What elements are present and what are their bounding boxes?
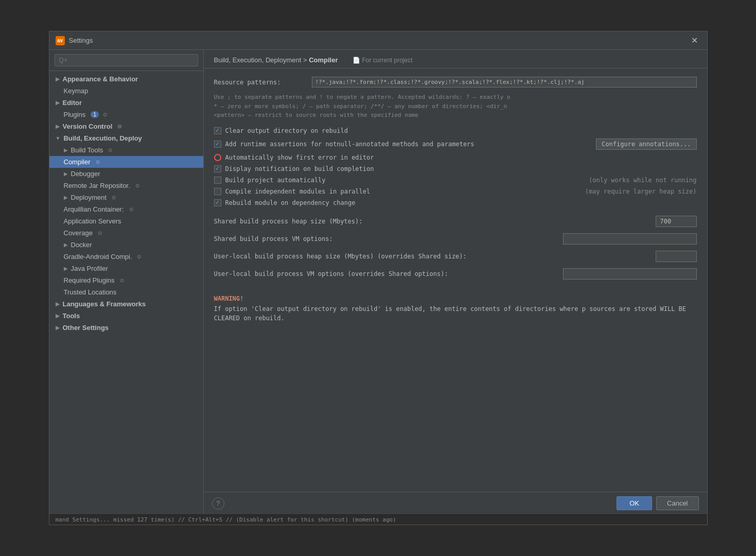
sidebar-item-required-plugins[interactable]: Required Plugins ⊙	[49, 274, 203, 286]
runtime-assertions-checkbox[interactable]	[214, 141, 221, 148]
deployment-icon: ⊙	[112, 195, 116, 200]
heap-shared-label: Shared build process heap size (Mbytes):	[214, 218, 650, 225]
vcs-icon: ⊙	[117, 124, 121, 129]
sidebar-item-docker[interactable]: ▶ Docker	[49, 239, 203, 251]
sidebar-item-label: Plugins	[64, 111, 86, 118]
sidebar-item-keymap[interactable]: Keymap	[49, 85, 203, 97]
sidebar-item-label: Remote Jar Repositor.	[64, 182, 130, 189]
chevron-right-icon: ▶	[56, 100, 60, 106]
title-bar-left: av Settings	[56, 36, 93, 45]
sidebar-item-label: Editor	[63, 99, 82, 107]
compile-parallel-label: Compile independent modules in parallel	[225, 188, 371, 195]
sidebar-item-other-settings[interactable]: ▶ Other Settings	[49, 322, 203, 334]
panel-content: Resource patterns: Use ; to separate pat…	[204, 68, 707, 492]
sidebar-item-label: Appearance & Behavior	[63, 75, 138, 83]
compile-parallel-suffix: (may require larger heap size)	[585, 188, 697, 195]
sidebar-item-app-servers[interactable]: Application Servers	[49, 215, 203, 227]
app-icon: av	[56, 36, 65, 45]
help-button[interactable]: ?	[212, 497, 224, 510]
sidebar-item-label: Coverage	[64, 229, 93, 237]
sidebar-item-plugins[interactable]: Plugins 1 ⊙	[49, 109, 203, 120]
build-tools-icon: ⊙	[108, 147, 112, 153]
settings-tree: ▶ Appearance & Behavior Keymap ▶ Editor …	[49, 71, 203, 514]
chevron-right-icon: ▶	[64, 171, 68, 177]
sidebar-item-appearance[interactable]: ▶ Appearance & Behavior	[49, 73, 203, 85]
chevron-right-icon: ▶	[64, 147, 68, 153]
plugins-badge: 1	[91, 111, 99, 118]
breadcrumb: Build, Execution, Deployment > Compiler	[214, 56, 338, 64]
sidebar-item-label: Version Control	[63, 123, 113, 130]
sidebar-item-label: Java Profiler	[71, 265, 108, 272]
sidebar-item-label: Debugger	[71, 170, 100, 178]
clear-output-checkbox[interactable]	[214, 127, 221, 134]
sidebar-item-label: Keymap	[64, 87, 89, 95]
remote-jar-icon: ⊙	[135, 183, 139, 188]
rebuild-module-checkbox[interactable]	[214, 199, 221, 206]
configure-annotations-button[interactable]: Configure annotations...	[596, 138, 696, 150]
compile-parallel-checkbox[interactable]	[214, 188, 221, 195]
sidebar-item-label: Docker	[71, 241, 92, 249]
sidebar-item-label: Application Servers	[64, 217, 121, 225]
chevron-right-icon: ▶	[64, 242, 68, 248]
sidebar-item-label: Build Tools	[71, 146, 103, 154]
warning-title: WARNING!	[214, 295, 697, 302]
display-notification-checkbox[interactable]	[214, 165, 221, 172]
vm-local-label: User-local build process VM options (ove…	[214, 270, 558, 277]
build-auto-row: Build project automatically (only works …	[214, 177, 697, 184]
sidebar-item-label: Arquillian Container:	[64, 205, 124, 213]
sidebar-item-label: Trusted Locations	[64, 288, 117, 296]
sidebar-item-label: Deployment	[71, 194, 107, 201]
cancel-button[interactable]: Cancel	[656, 496, 698, 510]
sidebar-item-trusted-locations[interactable]: Trusted Locations	[49, 286, 203, 298]
heap-shared-input[interactable]	[656, 216, 697, 227]
sidebar-item-arquillian[interactable]: Arquillian Container: ⊙	[49, 203, 203, 215]
rebuild-module-row: Rebuild module on dependency change	[214, 199, 697, 206]
status-bar: mand Settings... missed 127 time(s) // C…	[49, 514, 707, 525]
sidebar-item-gradle-android[interactable]: Gradle-Android Compi. ⊙	[49, 251, 203, 263]
heap-local-label: User-local build process heap size (Mbyt…	[214, 253, 650, 260]
search-input[interactable]	[55, 54, 198, 66]
chevron-right-icon: ▶	[64, 195, 68, 200]
left-panel: ▶ Appearance & Behavior Keymap ▶ Editor …	[49, 50, 204, 514]
compiler-icon: ⊙	[96, 159, 100, 165]
heap-local-input[interactable]	[656, 251, 697, 262]
resource-patterns-input[interactable]	[312, 77, 697, 88]
sidebar-item-label: Required Plugins	[64, 276, 115, 284]
runtime-assertions-row: Add runtime assertions for notnull-annot…	[214, 138, 697, 150]
dialog-body: ▶ Appearance & Behavior Keymap ▶ Editor …	[49, 50, 707, 514]
auto-show-error-row: Automatically show first error in editor	[214, 154, 697, 161]
chevron-right-icon: ▶	[56, 325, 60, 331]
runtime-assertions-label: Add runtime assertions for notnull-annot…	[225, 141, 474, 148]
sidebar-item-editor[interactable]: ▶ Editor	[49, 97, 203, 109]
vm-shared-row: Shared build process VM options:	[214, 233, 697, 245]
sidebar-item-remote-jar[interactable]: Remote Jar Repositor. ⊙	[49, 180, 203, 192]
clear-output-row: Clear output directory on rebuild	[214, 127, 697, 134]
close-button[interactable]: ✕	[688, 34, 701, 46]
vm-local-input[interactable]	[563, 268, 697, 280]
compile-parallel-row: Compile independent modules in parallel …	[214, 188, 697, 195]
sidebar-item-build-tools[interactable]: ▶ Build Tools ⊙	[49, 144, 203, 156]
vm-shared-input[interactable]	[563, 233, 697, 245]
right-panel: Build, Execution, Deployment > Compiler …	[204, 50, 707, 514]
project-hint: 📄 For current project	[353, 57, 413, 64]
sidebar-item-compiler[interactable]: Compiler ⊙	[49, 156, 203, 168]
sidebar-item-build-exec[interactable]: ▼ Build, Execution, Deploy	[49, 132, 203, 144]
sidebar-item-languages[interactable]: ▶ Languages & Frameworks	[49, 298, 203, 310]
build-auto-checkbox[interactable]	[214, 177, 221, 184]
chevron-right-icon: ▶	[56, 313, 60, 319]
chevron-right-icon: ▶	[56, 301, 60, 307]
ok-button[interactable]: OK	[617, 496, 652, 510]
sidebar-item-deployment[interactable]: ▶ Deployment ⊙	[49, 192, 203, 203]
sidebar-item-debugger[interactable]: ▶ Debugger	[49, 168, 203, 180]
sidebar-item-tools[interactable]: ▶ Tools	[49, 310, 203, 322]
sidebar-item-java-profiler[interactable]: ▶ Java Profiler	[49, 263, 203, 274]
title-bar: av Settings ✕	[49, 31, 707, 50]
display-notification-row: Display notification on build completion	[214, 165, 697, 172]
file-icon: 📄	[353, 57, 360, 64]
sidebar-item-coverage[interactable]: Coverage ⊙	[49, 227, 203, 239]
auto-show-error-checkbox[interactable]	[214, 154, 221, 161]
sidebar-item-version-control[interactable]: ▶ Version Control ⊙	[49, 120, 203, 132]
chevron-right-icon: ▶	[64, 266, 68, 271]
sidebar-item-label: Compiler	[64, 158, 91, 166]
req-plugins-icon: ⊙	[120, 277, 124, 283]
